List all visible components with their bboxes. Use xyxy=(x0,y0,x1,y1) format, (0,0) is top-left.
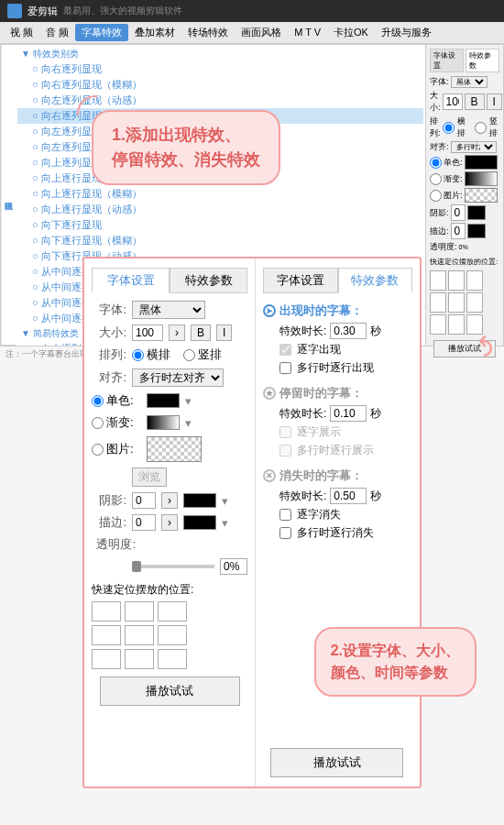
pos-bc[interactable] xyxy=(125,649,154,669)
position-label: 快速定位摆放的位置: xyxy=(92,582,247,598)
appear-char-checkbox[interactable] xyxy=(279,344,291,356)
color-solid-radio[interactable] xyxy=(92,395,104,407)
solid-color-swatch[interactable] xyxy=(147,393,180,408)
gradient-swatch[interactable] xyxy=(147,415,180,430)
tab-effect-params[interactable]: 特效参数 xyxy=(170,268,247,293)
outline-sw-sm[interactable] xyxy=(467,224,486,238)
tab-font-settings-sm[interactable]: 字体设置 xyxy=(430,49,464,72)
disappear-char-checkbox[interactable] xyxy=(279,509,291,521)
img-swatch-sm[interactable] xyxy=(465,188,498,203)
shadow-sw-sm[interactable] xyxy=(467,205,486,220)
effect-item[interactable]: 向右逐列显现（模糊） xyxy=(17,77,423,93)
pos-mr[interactable] xyxy=(158,625,187,645)
outline-color-swatch[interactable] xyxy=(183,515,216,530)
color-image-radio[interactable] xyxy=(92,444,104,456)
align-sm[interactable]: 多行时左对齐 xyxy=(451,141,497,153)
browse-button[interactable]: 浏览 xyxy=(132,468,167,487)
grad-swatch-sm[interactable] xyxy=(465,171,498,186)
effect-item[interactable]: 向上逐行显现（模糊） xyxy=(17,186,423,202)
title-bar: 爱剪辑 最易用、强大的视频剪辑软件 xyxy=(0,0,504,22)
settings-panel: 字体设置 特效参数 字体:黑体 大小:› BI 排列:横排竖排 对齐:多行时左对… xyxy=(82,257,422,788)
disappear-title: 消失时的字幕： xyxy=(279,468,363,484)
pos-tr[interactable] xyxy=(158,601,187,622)
pos-mc[interactable] xyxy=(125,625,154,645)
menu-7[interactable]: 卡拉OK xyxy=(327,24,375,41)
font-select-sm[interactable]: 黑体 xyxy=(451,76,488,88)
callout-2: 2.设置字体、大小、 颜色、时间等参数 xyxy=(314,627,477,697)
disappear-duration-input[interactable] xyxy=(330,488,367,504)
tab-effect-params-sm[interactable]: 特效参数 xyxy=(466,49,499,72)
opacity-slider[interactable] xyxy=(132,565,214,568)
tab-font-settings-2[interactable]: 字体设置 xyxy=(263,268,338,293)
disappear-line-checkbox[interactable] xyxy=(279,527,291,539)
outline-sm[interactable] xyxy=(451,223,466,239)
side-tab-1[interactable]: 停留特效 xyxy=(0,45,2,346)
pos-bl[interactable] xyxy=(92,649,121,669)
img-sm[interactable] xyxy=(430,190,442,202)
image-swatch[interactable] xyxy=(147,436,202,462)
effect-category-tabs: 出现特效停留特效消失特效 xyxy=(1,45,16,346)
right-properties-panel: 字体设置 特效参数 字体:黑体 大小:BI 排列:横排竖排 对齐:多行时左对齐 … xyxy=(425,45,503,346)
solid-swatch-sm[interactable] xyxy=(465,155,498,170)
menu-1[interactable]: 音 频 xyxy=(39,24,75,41)
play-preview-button-right[interactable]: 播放试试 xyxy=(270,748,403,777)
tab-font-settings[interactable]: 字体设置 xyxy=(92,268,170,293)
appear-icon: ➤ xyxy=(263,304,276,317)
pos-tc[interactable] xyxy=(125,601,154,622)
app-tagline: 最易用、强大的视频剪辑软件 xyxy=(63,5,182,17)
arrange-v-sm[interactable] xyxy=(475,122,487,134)
stay-title: 停留时的字幕： xyxy=(279,385,363,402)
pos-br[interactable] xyxy=(158,649,187,669)
appear-duration-input[interactable] xyxy=(330,323,367,339)
side-tab-0[interactable]: 出现特效 xyxy=(2,45,16,346)
arrange-h-sm[interactable] xyxy=(443,122,455,134)
disappear-icon: ✕ xyxy=(263,469,276,482)
shadow-sm[interactable] xyxy=(451,204,466,221)
menu-6[interactable]: M T V xyxy=(288,25,327,39)
effect-item[interactable]: 向右逐列显现 xyxy=(17,61,423,77)
menu-8[interactable]: 升级与服务 xyxy=(375,24,438,41)
solid-sm[interactable] xyxy=(430,157,442,169)
callout-1: 1.添加出现特效、 停留特效、消失特效 xyxy=(92,110,280,185)
play-preview-button-left[interactable]: 播放试试 xyxy=(100,676,240,706)
effect-item[interactable]: 向下逐行显现 xyxy=(17,217,423,233)
arrange-horizontal[interactable] xyxy=(132,349,144,361)
pos-tl[interactable] xyxy=(92,601,121,622)
align-select[interactable]: 多行时左对齐 xyxy=(132,368,224,387)
bold-button[interactable]: B xyxy=(191,324,211,341)
menu-0[interactable]: 视 频 xyxy=(4,24,39,41)
arrange-vertical[interactable] xyxy=(183,349,195,361)
italic-sm[interactable]: I xyxy=(487,94,502,110)
effect-group[interactable]: ▼ 特效类别类 xyxy=(17,47,423,61)
appear-title: 出现时的字幕： xyxy=(279,302,363,319)
right-tabs: 字体设置 特效参数 xyxy=(430,49,499,72)
size-spinner[interactable]: › xyxy=(169,324,185,341)
tab-effect-params-2[interactable]: 特效参数 xyxy=(338,268,413,293)
color-gradient-radio[interactable] xyxy=(92,417,104,429)
menu-4[interactable]: 转场特效 xyxy=(181,24,235,41)
effect-item[interactable]: 向上逐行显现（动感） xyxy=(17,202,423,217)
menu-2[interactable]: 字幕特效 xyxy=(75,24,128,41)
shadow-input[interactable] xyxy=(132,492,156,509)
pos-label-sm: 快速定位摆放的位置: xyxy=(430,257,499,267)
shadow-color-swatch[interactable] xyxy=(183,493,216,508)
app-logo-icon xyxy=(7,4,22,18)
pos-grid-sm xyxy=(430,270,483,335)
arrow-icon: ↶ xyxy=(467,335,499,358)
opacity-value[interactable] xyxy=(220,558,247,575)
effect-item[interactable]: 向下逐行显现（模糊） xyxy=(17,233,423,248)
size-input[interactable] xyxy=(132,324,163,341)
outline-input[interactable] xyxy=(132,514,156,531)
stay-duration-input[interactable] xyxy=(330,405,367,422)
pos-ml[interactable] xyxy=(92,625,121,645)
effect-params-column: 字体设置 特效参数 ➤出现时的字幕： 特效时长:秒 逐字出现 多行时逐行出现 ★… xyxy=(255,258,420,786)
menu-3[interactable]: 叠加素材 xyxy=(128,24,181,41)
menu-5[interactable]: 画面风格 xyxy=(235,24,288,41)
appear-line-checkbox[interactable] xyxy=(279,362,291,374)
italic-button[interactable]: I xyxy=(216,324,232,341)
bold-sm[interactable]: B xyxy=(465,94,485,110)
stay-char-checkbox xyxy=(279,426,291,438)
size-input-sm[interactable] xyxy=(443,94,463,110)
grad-sm[interactable] xyxy=(430,173,442,185)
font-select[interactable]: 黑体 xyxy=(132,301,205,319)
